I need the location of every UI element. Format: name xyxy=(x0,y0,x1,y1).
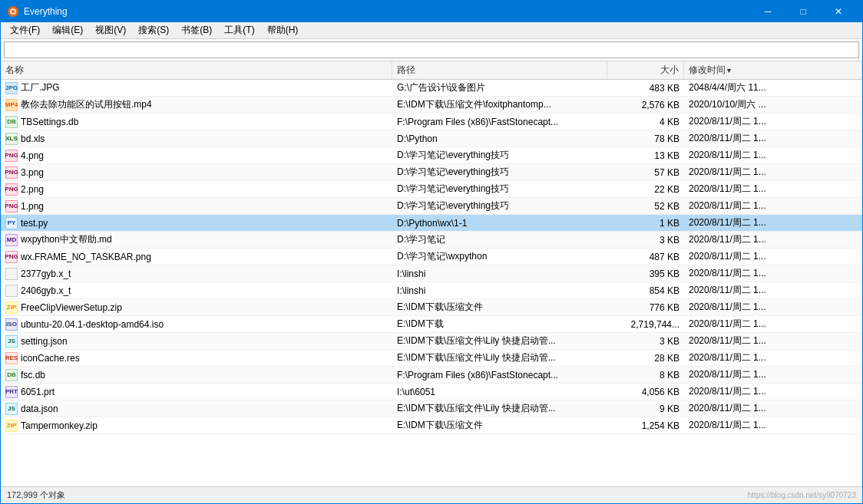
file-name-cell: MDwxpython中文帮助.md xyxy=(1,232,392,248)
file-modified-cell: 2020/8/11/周二 1... xyxy=(684,282,862,298)
file-name: 2406gyb.x_t xyxy=(21,285,71,296)
file-name: 教你去除功能区的试用按钮.mp4 xyxy=(21,98,152,111)
menu-item-e[interactable]: 编辑(E) xyxy=(46,22,89,38)
file-size-cell: 2,576 KB xyxy=(607,97,684,113)
col-header-modified[interactable]: 修改时间 xyxy=(684,61,862,79)
status-watermark: https://blog.csdn.net/sy9070723 xyxy=(748,491,856,499)
minimize-button[interactable]: ─ xyxy=(750,1,785,22)
file-name-cell: PNG2.png xyxy=(1,181,392,197)
file-size-cell: 3 KB xyxy=(607,232,684,248)
table-row[interactable]: PNG3.pngD:\学习笔记\everything技巧57 KB2020/8/… xyxy=(1,164,862,181)
table-row[interactable]: RESiconCache.resE:\IDM下载\压缩文件\Lily 快捷启动管… xyxy=(1,350,862,367)
search-bar xyxy=(1,39,862,61)
table-row[interactable]: MP4教你去除功能区的试用按钮.mp4E:\IDM下载\压缩文件\foxitph… xyxy=(1,97,862,114)
mp4-icon: MP4 xyxy=(5,99,18,111)
search-input[interactable] xyxy=(4,41,859,58)
file-name-cell: MP4教你去除功能区的试用按钮.mp4 xyxy=(1,97,392,113)
iso-icon: ISO xyxy=(5,318,18,331)
file-path-cell: F:\Program Files (x86)\FastStonecapt... xyxy=(392,114,607,130)
menu-item-v[interactable]: 视图(V) xyxy=(89,22,132,38)
file-modified-cell: 2020/8/11/周二 1... xyxy=(684,215,862,231)
svg-point-2 xyxy=(12,10,15,13)
file-path-cell: E:\IDM下载\压缩文件 xyxy=(392,417,607,433)
file-name-cell: ISOubuntu-20.04.1-desktop-amd64.iso xyxy=(1,316,392,332)
res-icon: RES xyxy=(5,352,18,364)
file-name: TBSettings.db xyxy=(21,117,78,127)
main-window: Everything ─ □ ✕ 文件(F)编辑(E)视图(V)搜索(S)书签(… xyxy=(0,0,863,504)
file-name: 3.png xyxy=(21,167,44,178)
file-modified-cell: 2020/8/11/周二 1... xyxy=(684,400,862,417)
maximize-button[interactable]: □ xyxy=(785,1,821,22)
table-row[interactable]: XLSbd.xlsD:\Python78 KB2020/8/11/周二 1... xyxy=(1,130,862,147)
file-list-header: 名称 路径 大小 修改时间 xyxy=(1,61,862,80)
file-size-cell: 22 KB xyxy=(607,181,684,197)
table-row[interactable]: 2406gyb.x_tI:\linshi854 KB2020/8/11/周二 1… xyxy=(1,282,862,299)
file-size-cell: 28 KB xyxy=(607,350,684,366)
file-size-cell: 776 KB xyxy=(607,299,684,315)
file-size-cell: 2,719,744... xyxy=(607,316,684,332)
file-size-cell: 13 KB xyxy=(607,147,684,163)
table-row[interactable]: ZIPTampermonkey.zipE:\IDM下载\压缩文件1,254 KB… xyxy=(1,417,862,434)
table-row[interactable]: PNG4.pngD:\学习笔记\everything技巧13 KB2020/8/… xyxy=(1,147,862,164)
table-row[interactable]: ZIPFreeClipViewerSetup.zipE:\IDM下载\压缩文件7… xyxy=(1,299,862,316)
menu-item-b[interactable]: 书签(B) xyxy=(175,22,218,38)
file-name: 6051.prt xyxy=(21,387,55,397)
file-name: 2.png xyxy=(21,184,44,195)
file-name-cell: JPG工厂.JPG xyxy=(1,80,392,96)
file-modified-cell: 2020/8/11/周二 1... xyxy=(684,333,862,349)
file-size-cell: 3 KB xyxy=(607,333,684,349)
table-row[interactable]: PNGwx.FRAME_NO_TASKBAR.pngD:\学习笔记\wxpyth… xyxy=(1,249,862,265)
file-size-cell: 1,254 KB xyxy=(607,417,684,433)
png-icon: PNG xyxy=(5,251,18,263)
file-name: iconCache.res xyxy=(21,353,80,364)
file-name: FreeClipViewerSetup.zip xyxy=(21,302,122,313)
table-row[interactable]: ISOubuntu-20.04.1-desktop-amd64.isoE:\ID… xyxy=(1,316,862,333)
table-row[interactable]: DBfsc.dbF:\Program Files (x86)\FastStone… xyxy=(1,367,862,384)
file-name-cell: 2406gyb.x_t xyxy=(1,282,392,298)
table-row[interactable]: JSsetting.jsonE:\IDM下载\压缩文件\Lily 快捷启动管..… xyxy=(1,333,862,350)
table-row[interactable]: PNG1.pngD:\学习笔记\everything技巧52 KB2020/8/… xyxy=(1,198,862,215)
file-name: 工厂.JPG xyxy=(21,81,60,94)
file-size-cell: 1 KB xyxy=(607,215,684,231)
menu-item-t[interactable]: 工具(T) xyxy=(218,22,260,38)
table-row[interactable]: PYtest.pyD:\Python\wx\1-11 KB2020/8/11/周… xyxy=(1,215,862,232)
file-name: fsc.db xyxy=(21,370,45,380)
file-list-container: 名称 路径 大小 修改时间 JPG工厂.JPGG:\广告设计\设备图片483 K… xyxy=(1,61,862,486)
file-size-cell: 9 KB xyxy=(607,400,684,417)
menu-item-h[interactable]: 帮助(H) xyxy=(261,22,305,38)
file-name-cell: JSdata.json xyxy=(1,400,392,417)
status-bar: 172,999 个对象 https://blog.csdn.net/sy9070… xyxy=(1,486,862,503)
file-path-cell: I:\linshi xyxy=(392,282,607,298)
table-row[interactable]: MDwxpython中文帮助.mdD:\学习笔记3 KB2020/8/11/周二… xyxy=(1,232,862,249)
table-row[interactable]: 2377gyb.x_tI:\linshi395 KB2020/8/11/周二 1… xyxy=(1,265,862,282)
file-list-scroll[interactable]: JPG工厂.JPGG:\广告设计\设备图片483 KB2048/4/4/周六 1… xyxy=(1,80,862,486)
table-row[interactable]: JPG工厂.JPGG:\广告设计\设备图片483 KB2048/4/4/周六 1… xyxy=(1,80,862,97)
file-path-cell: E:\IDM下载\压缩文件\Lily 快捷启动管... xyxy=(392,333,607,349)
prt-icon: PRT xyxy=(5,386,18,398)
col-header-size[interactable]: 大小 xyxy=(607,61,684,79)
menu-item-f[interactable]: 文件(F) xyxy=(4,22,46,38)
file-path-cell: E:\IDM下载\压缩文件\Lily 快捷启动管... xyxy=(392,350,607,366)
file-size-cell: 395 KB xyxy=(607,265,684,282)
table-row[interactable]: DBTBSettings.dbF:\Program Files (x86)\Fa… xyxy=(1,114,862,130)
file-path-cell: D:\Python xyxy=(392,130,607,147)
file-modified-cell: 2020/8/11/周二 1... xyxy=(684,299,862,315)
file-modified-cell: 2020/8/11/周二 1... xyxy=(684,198,862,214)
file-path-cell: D:\学习笔记 xyxy=(392,232,607,248)
file-modified-cell: 2020/8/11/周二 1... xyxy=(684,350,862,366)
file-name-cell: DBTBSettings.db xyxy=(1,114,392,130)
json-icon: JS xyxy=(5,403,18,415)
col-header-name[interactable]: 名称 xyxy=(1,61,392,79)
file-path-cell: D:\Python\wx\1-1 xyxy=(392,215,607,231)
table-row[interactable]: PNG2.pngD:\学习笔记\everything技巧22 KB2020/8/… xyxy=(1,181,862,198)
close-button[interactable]: ✕ xyxy=(821,1,856,22)
png-icon: PNG xyxy=(5,183,18,196)
file-name: bd.xls xyxy=(21,133,45,144)
file-modified-cell: 2020/8/11/周二 1... xyxy=(684,316,862,332)
file-modified-cell: 2020/8/11/周二 1... xyxy=(684,249,862,265)
table-row[interactable]: JSdata.jsonE:\IDM下载\压缩文件\Lily 快捷启动管...9 … xyxy=(1,400,862,417)
file-name-cell: PYtest.py xyxy=(1,215,392,231)
table-row[interactable]: PRT6051.prtI:\ut\60514,056 KB2020/8/11/周… xyxy=(1,384,862,400)
col-header-path[interactable]: 路径 xyxy=(392,61,607,79)
menu-item-s[interactable]: 搜索(S) xyxy=(132,22,175,38)
